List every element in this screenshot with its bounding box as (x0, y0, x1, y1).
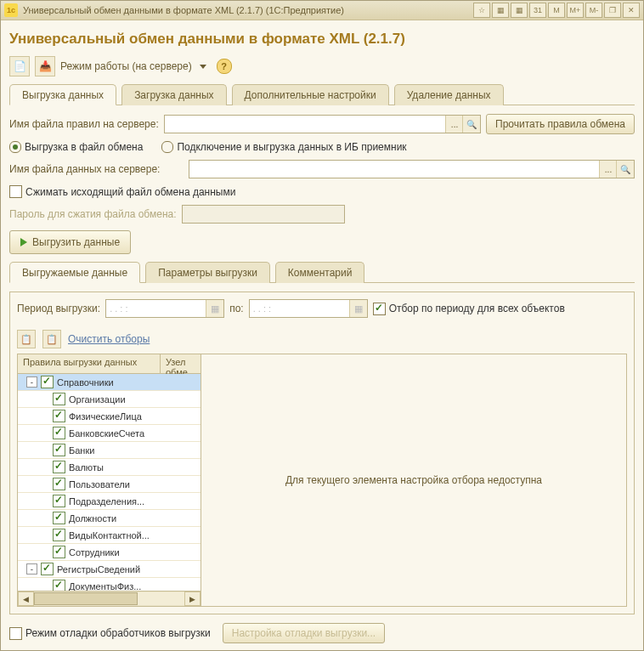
tree-toggle-icon[interactable]: - (26, 563, 37, 575)
tree-checkbox-icon[interactable] (53, 546, 65, 558)
scroll-right-icon[interactable]: ▶ (184, 592, 201, 606)
titlebar: 1c Универсальный обмен данными в формате… (1, 1, 643, 20)
data-file-search-icon[interactable]: 🔍 (616, 161, 634, 178)
tree-row[interactable]: Подразделения... (18, 493, 201, 510)
mode-label: Режим работы (на сервере) (60, 60, 192, 72)
tree-item-label: Справочники (57, 377, 114, 388)
mode-dropdown-icon[interactable] (200, 65, 206, 69)
export-panel: Период выгрузки: . . : :▦ по: . . : :▦ О… (9, 292, 635, 614)
window-title: Универсальный обмен данными в формате XM… (23, 5, 472, 15)
main-tab[interactable]: Дополнительные настройки (232, 84, 389, 105)
titlebar-button[interactable]: ❐ (604, 3, 621, 18)
tree-row[interactable]: ФизическиеЛица (18, 408, 201, 425)
sub-tab[interactable]: Выгружаемые данные (9, 262, 140, 283)
tree-checkbox-icon[interactable] (53, 393, 65, 405)
tree-col-2[interactable]: Узел обме (161, 354, 201, 373)
tree-body[interactable]: -СправочникиОрганизацииФизическиеЛицаБан… (18, 374, 201, 591)
tree-checkbox-icon[interactable] (53, 427, 65, 439)
calendar-icon[interactable]: ▦ (206, 300, 223, 317)
tree-row[interactable]: Организации (18, 391, 201, 408)
tree-checkbox-icon[interactable] (53, 410, 65, 422)
main-toolbar: 📄 📥 Режим работы (на сервере) ? (9, 56, 635, 76)
titlebar-button[interactable]: M- (585, 3, 602, 18)
sub-tab[interactable]: Параметры выгрузки (145, 262, 270, 283)
tree-checkbox-icon[interactable] (41, 563, 54, 575)
titlebar-button[interactable]: ✕ (623, 3, 640, 18)
period-from-input[interactable]: . . : :▦ (105, 299, 224, 318)
detail-pane: Для текущего элемента настройка отбора н… (201, 354, 626, 606)
period-to-input[interactable]: . . : :▦ (249, 299, 368, 318)
read-rules-button[interactable]: Прочитать правила обмена (486, 114, 635, 134)
tree-row[interactable]: Должности (18, 510, 201, 527)
export-button[interactable]: Выгрузить данные (9, 230, 131, 254)
tree-item-label: Банки (69, 445, 94, 456)
tree-row[interactable]: ВидыКонтактной... (18, 527, 201, 544)
toolbar-btn-1[interactable]: 📄 (9, 56, 30, 76)
data-file-input[interactable]: ... 🔍 (189, 160, 635, 178)
debug-settings-button: Настройка отладки выгрузки... (223, 623, 385, 643)
clear-filters-link[interactable]: Очистить отборы (68, 333, 150, 345)
tree-row[interactable]: Банки (18, 442, 201, 459)
tree-checkbox-icon[interactable] (53, 495, 65, 507)
compress-checkbox[interactable]: Сжимать исходящий файл обмена данными (9, 185, 235, 198)
titlebar-button[interactable]: 31 (529, 3, 546, 18)
tree-row[interactable]: -РегистрыСведений (18, 561, 201, 578)
help-icon[interactable]: ? (217, 59, 232, 74)
tree-checkbox-icon[interactable] (41, 376, 54, 388)
radio-on-icon (9, 141, 21, 153)
tree-checkbox-icon[interactable] (53, 461, 65, 473)
tree-item-label: ВидыКонтактной... (69, 530, 150, 541)
rules-file-input[interactable]: ... 🔍 (164, 115, 481, 133)
tree-row[interactable]: Пользователи (18, 476, 201, 493)
titlebar-button[interactable]: M (548, 3, 565, 18)
tree-checkbox-icon[interactable] (53, 478, 65, 490)
footer: Режим отладки обработчиков выгрузки Наст… (9, 623, 635, 643)
tree-row[interactable]: ДокументыФиз... (18, 578, 201, 591)
tree-row[interactable]: Валюты (18, 459, 201, 476)
toolbar-btn-2[interactable]: 📥 (35, 56, 55, 76)
rules-file-search-icon[interactable]: 🔍 (462, 116, 480, 133)
tree-item-label: Пользователи (69, 479, 130, 490)
scroll-track[interactable] (34, 592, 184, 605)
radio-export-ib[interactable]: Подключение и выгрузка данных в ИБ прием… (161, 141, 406, 153)
scroll-thumb[interactable] (34, 592, 138, 605)
main-tab[interactable]: Выгрузка данных (9, 84, 116, 105)
tree-item-label: Валюты (69, 462, 104, 473)
rules-file-browse-icon[interactable]: ... (445, 116, 463, 133)
tree-toggle-icon[interactable]: - (26, 376, 37, 388)
tree-row[interactable]: -Справочники (18, 374, 201, 391)
tree-row[interactable]: БанковскиеСчета (18, 425, 201, 442)
content-area: Универсальный обмен данными в формате XM… (1, 20, 643, 650)
titlebar-button[interactable]: ▦ (511, 3, 528, 18)
tree-checkbox-icon[interactable] (53, 580, 65, 591)
sub-tabs: Выгружаемые данныеПараметры выгрузкиКомм… (9, 261, 635, 283)
toolbar-icon-1[interactable]: 📋 (17, 330, 36, 348)
main-tab[interactable]: Удаление данных (394, 84, 504, 105)
scroll-left-icon[interactable]: ◀ (18, 592, 34, 606)
debug-mode-checkbox[interactable]: Режим отладки обработчиков выгрузки (9, 627, 211, 640)
sub-tab[interactable]: Комментарий (275, 262, 365, 283)
titlebar-button[interactable]: ☆ (473, 3, 490, 18)
page-title: Универсальный обмен данными в формате XM… (9, 31, 635, 48)
tree-item-label: Должности (69, 513, 116, 524)
tree-checkbox-icon[interactable] (53, 512, 65, 524)
calendar-icon[interactable]: ▦ (349, 300, 367, 317)
period-filter-checkbox[interactable]: Отбор по периоду для всех объектов (373, 303, 565, 315)
tree-row[interactable]: Сотрудники (18, 544, 201, 561)
period-label: Период выгрузки: (17, 303, 100, 314)
titlebar-button[interactable]: M+ (567, 3, 584, 18)
split-panel: Правила выгрузки данных Узел обме -Справ… (17, 354, 627, 607)
main-tab[interactable]: Загрузка данных (121, 84, 226, 105)
tree-checkbox-icon[interactable] (53, 529, 65, 541)
tree-hscrollbar[interactable]: ◀ ▶ (18, 591, 201, 606)
toolbar-icon-2[interactable]: 📋 (42, 330, 61, 348)
titlebar-button[interactable]: ▦ (492, 3, 509, 18)
main-tabs: Выгрузка данныхЗагрузка данныхДополнител… (9, 83, 635, 105)
tree-col-1[interactable]: Правила выгрузки данных (18, 354, 161, 373)
data-file-browse-icon[interactable]: ... (599, 161, 617, 178)
radio-export-file[interactable]: Выгрузка в файл обмена (9, 141, 143, 153)
play-icon (20, 238, 27, 246)
tree-checkbox-icon[interactable] (53, 444, 65, 456)
password-input (182, 205, 345, 224)
tree-item-label: Организации (69, 394, 126, 405)
